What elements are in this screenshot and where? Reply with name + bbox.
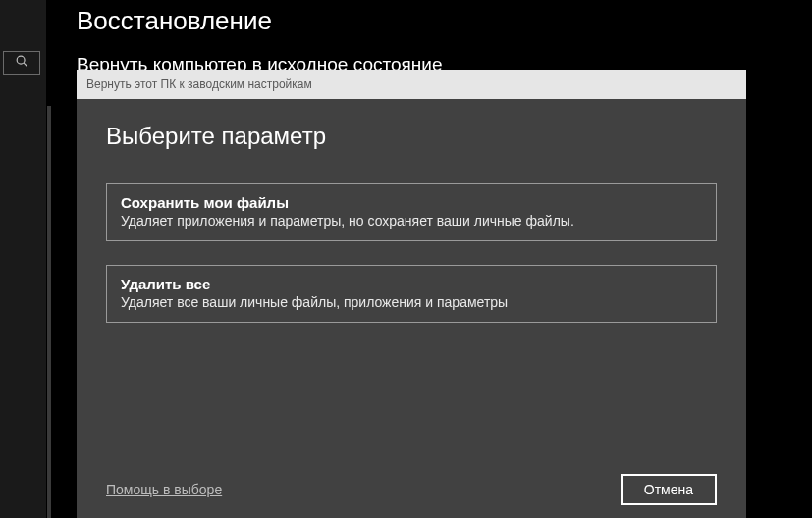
option-desc: Удаляет приложения и параметры, но сохра… (121, 213, 702, 229)
dialog-titlebar: Вернуть этот ПК к заводским настройкам (77, 70, 746, 99)
svg-point-0 (17, 56, 25, 64)
option-keep-files[interactable]: Сохранить мои файлы Удаляет приложения и… (106, 183, 717, 241)
dialog-body: Выберите параметр Сохранить мои файлы Уд… (77, 99, 746, 461)
reset-pc-dialog: Вернуть этот ПК к заводским настройкам В… (77, 70, 746, 518)
dialog-footer: Помощь в выборе Отмена (77, 461, 746, 518)
side-marker (47, 106, 51, 518)
page-title: Восстановление (77, 0, 812, 36)
help-link[interactable]: Помощь в выборе (106, 482, 222, 497)
svg-line-1 (24, 63, 27, 66)
search-box[interactable] (3, 51, 40, 75)
option-title: Удалить все (121, 276, 702, 292)
left-rail (0, 0, 47, 518)
option-desc: Удаляет все ваши личные файлы, приложени… (121, 294, 702, 310)
search-icon (15, 54, 28, 72)
dialog-titlebar-text: Вернуть этот ПК к заводским настройкам (86, 78, 312, 91)
cancel-button[interactable]: Отмена (621, 474, 717, 505)
dialog-heading: Выберите параметр (106, 123, 717, 150)
option-remove-everything[interactable]: Удалить все Удаляет все ваши личные файл… (106, 265, 717, 323)
option-title: Сохранить мои файлы (121, 194, 702, 211)
